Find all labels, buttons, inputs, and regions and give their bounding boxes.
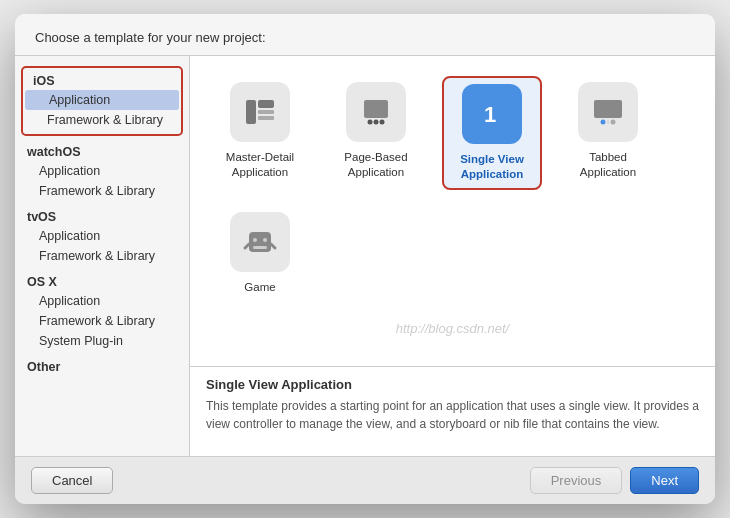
next-button[interactable]: Next [630, 467, 699, 494]
sidebar-section-osx: OS X [15, 270, 189, 291]
watermark: http://blog.csdn.net/ [396, 321, 509, 336]
main-content: Master-DetailApplication Page-BasedAppli… [190, 56, 715, 456]
dialog: Choose a template for your new project: … [15, 14, 715, 504]
template-tabbed[interactable]: TabbedApplication [558, 76, 658, 190]
svg-point-15 [263, 238, 267, 242]
game-label: Game [244, 280, 275, 295]
master-detail-label: Master-DetailApplication [226, 150, 294, 180]
nav-buttons: Previous Next [530, 467, 699, 494]
template-game[interactable]: Game [210, 206, 310, 301]
svg-point-14 [253, 238, 257, 242]
sidebar-item-tvos-framework[interactable]: Framework & Library [15, 246, 189, 266]
ios-section: iOS Application Framework & Library [21, 66, 183, 136]
sidebar-section-ios: iOS [23, 72, 181, 90]
svg-point-10 [601, 120, 606, 125]
svg-rect-9 [594, 100, 622, 118]
templates-grid: Master-DetailApplication Page-BasedAppli… [190, 56, 715, 366]
single-view-icon: 1 [462, 84, 522, 144]
dialog-footer: Cancel Previous Next [15, 456, 715, 504]
dialog-header: Choose a template for your new project: [15, 14, 715, 55]
watchos-group: watchOS Application Framework & Library [15, 140, 189, 201]
description-text: This template provides a starting point … [206, 397, 699, 433]
sidebar: iOS Application Framework & Library watc… [15, 56, 190, 456]
sidebar-item-ios-application[interactable]: Application [25, 90, 179, 110]
tabbed-icon [578, 82, 638, 142]
tabbed-label: TabbedApplication [580, 150, 636, 180]
cancel-button[interactable]: Cancel [31, 467, 113, 494]
template-master-detail[interactable]: Master-DetailApplication [210, 76, 310, 190]
template-single-view[interactable]: 1 Single ViewApplication [442, 76, 542, 190]
description-title: Single View Application [206, 377, 699, 392]
sidebar-item-osx-plugin[interactable]: System Plug-in [15, 331, 189, 351]
description-area: Single View Application This template pr… [190, 366, 715, 456]
master-detail-icon [230, 82, 290, 142]
sidebar-item-watchos-framework[interactable]: Framework & Library [15, 181, 189, 201]
svg-text:1: 1 [484, 102, 496, 127]
svg-rect-3 [258, 116, 274, 120]
svg-point-6 [380, 120, 385, 125]
svg-line-17 [245, 244, 249, 248]
sidebar-item-ios-framework[interactable]: Framework & Library [23, 110, 181, 130]
previous-button[interactable]: Previous [530, 467, 623, 494]
svg-point-5 [374, 120, 379, 125]
osx-group: OS X Application Framework & Library Sys… [15, 270, 189, 351]
tvos-group: tvOS Application Framework & Library [15, 205, 189, 266]
sidebar-section-tvos: tvOS [15, 205, 189, 226]
sidebar-section-other: Other [15, 355, 189, 376]
sidebar-item-osx-application[interactable]: Application [15, 291, 189, 311]
template-page-based[interactable]: Page-BasedApplication [326, 76, 426, 190]
page-based-icon [346, 82, 406, 142]
svg-line-18 [271, 244, 275, 248]
header-title: Choose a template for your new project: [35, 30, 266, 45]
svg-rect-16 [253, 246, 267, 249]
sidebar-section-watchos: watchOS [15, 140, 189, 161]
sidebar-item-watchos-application[interactable]: Application [15, 161, 189, 181]
game-icon [230, 212, 290, 272]
other-group: Other [15, 355, 189, 376]
svg-point-11 [611, 120, 616, 125]
sidebar-item-osx-framework[interactable]: Framework & Library [15, 311, 189, 331]
svg-point-4 [368, 120, 373, 125]
single-view-label: Single ViewApplication [460, 152, 524, 182]
svg-rect-2 [258, 110, 274, 114]
page-based-label: Page-BasedApplication [344, 150, 407, 180]
dialog-body: iOS Application Framework & Library watc… [15, 55, 715, 456]
svg-rect-1 [258, 100, 274, 108]
svg-rect-7 [364, 100, 388, 118]
svg-rect-0 [246, 100, 256, 124]
sidebar-item-tvos-application[interactable]: Application [15, 226, 189, 246]
